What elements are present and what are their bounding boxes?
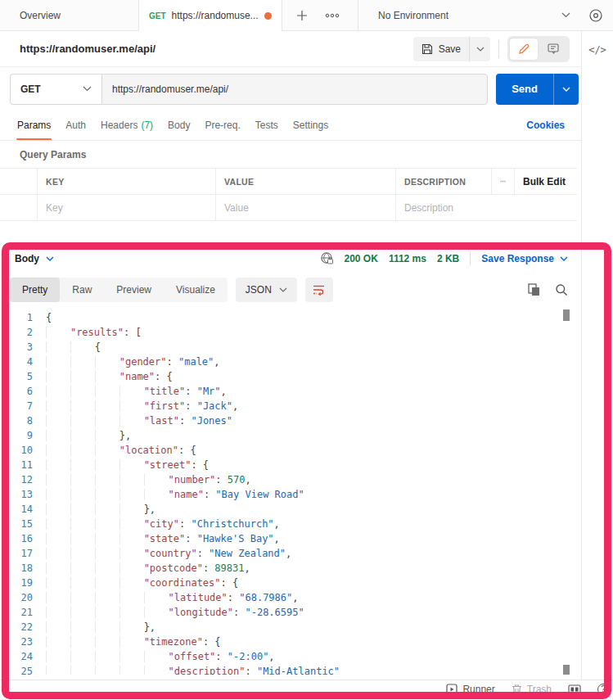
unsaved-changes-dot-icon (264, 12, 272, 20)
response-time[interactable]: 1112 ms (389, 253, 426, 264)
code-line: 14 }, (0, 502, 581, 517)
tab-headers[interactable]: Headers (7) (93, 111, 160, 140)
chevron-down-icon (562, 87, 570, 92)
param-key-input[interactable] (46, 202, 207, 214)
save-response-button[interactable]: Save Response (481, 253, 568, 264)
response-view-tabs: Pretty Raw Preview Visualize (10, 278, 228, 302)
panes-icon (568, 684, 581, 694)
response-body-viewer[interactable]: 1{2 "results": [3 {4 "gender": "male",5 … (0, 306, 581, 675)
runner-label: Runner (462, 684, 494, 695)
param-description-input[interactable] (404, 202, 569, 214)
view-tab-raw[interactable]: Raw (60, 278, 104, 302)
view-tab-preview[interactable]: Preview (104, 278, 164, 302)
line-number: 2 (0, 325, 33, 340)
response-header: Body 200 OK 1112 ms 2 KB (0, 243, 581, 273)
tab-settings[interactable]: Settings (286, 111, 336, 140)
send-button[interactable]: Send (496, 74, 553, 105)
tab-request-method: GET (149, 11, 166, 20)
chevron-down-icon (46, 256, 54, 261)
tab-auth[interactable]: Auth (58, 111, 93, 140)
scrollbar-thumb[interactable] (563, 665, 570, 675)
trash-icon (512, 684, 522, 695)
send-options-button[interactable] (553, 74, 579, 105)
comment-icon (548, 43, 559, 54)
tab-tests[interactable]: Tests (248, 111, 286, 140)
line-number: 10 (0, 443, 33, 458)
scrollbar-thumb[interactable] (563, 309, 570, 321)
edit-mode-button[interactable] (510, 38, 538, 60)
code-line: 21 "longitude": "-28.6595" (0, 605, 581, 620)
environment-selector[interactable]: No Environment (358, 0, 579, 30)
trash-button[interactable]: Trash (512, 684, 552, 695)
right-sidebar: </> (581, 31, 613, 680)
send-button-group: Send (496, 74, 579, 105)
line-number: 9 (0, 428, 33, 443)
code-line: 24 "offset": "-2:00", (0, 649, 581, 664)
environment-selector-value: No Environment (378, 10, 561, 21)
query-params-empty-row (0, 195, 577, 221)
postman-window: Overview GET https://randomuse... No Env… (0, 0, 613, 700)
panes-button[interactable] (568, 684, 581, 694)
tab-headers-label: Headers (101, 120, 137, 131)
comment-button[interactable] (539, 38, 567, 60)
query-params-header-row: KEY VALUE DESCRIPTION Bulk Edit (0, 169, 577, 195)
column-options-button[interactable] (491, 169, 514, 194)
code-line: 5 "name": { (0, 369, 581, 384)
runner-button[interactable]: Runner (446, 684, 494, 695)
response-body-selector-value: Body (15, 253, 39, 264)
row-checkbox-cell[interactable] (0, 195, 37, 220)
edit-comment-toggle (507, 36, 570, 62)
new-tab-button[interactable] (295, 9, 309, 22)
param-value-input[interactable] (224, 202, 387, 214)
line-number: 5 (0, 369, 33, 384)
bulk-edit-button[interactable]: Bulk Edit (514, 169, 577, 194)
status-badge[interactable]: 200 OK (345, 253, 378, 264)
request-title-row: https://randomuser.me/api/ Save (0, 31, 581, 67)
line-number: 3 (0, 340, 33, 355)
tab-body[interactable]: Body (160, 111, 197, 140)
wrap-text-icon (313, 284, 326, 296)
environment-quick-look-button[interactable] (579, 0, 613, 30)
select-all-cell[interactable] (0, 169, 37, 194)
line-number: 24 (0, 649, 33, 664)
code-line: 17 "country": "New Zealand", (0, 546, 581, 561)
save-options-button[interactable] (469, 37, 490, 61)
url-input[interactable] (101, 74, 488, 105)
more-options-icon (500, 179, 506, 183)
line-number: 6 (0, 384, 33, 399)
send-button-label: Send (512, 83, 538, 95)
tab-options-button[interactable] (325, 13, 340, 18)
tab-active-request[interactable]: GET https://randomuse... (139, 0, 282, 31)
save-button[interactable]: Save (413, 43, 469, 55)
network-info-button[interactable] (320, 251, 334, 265)
code-line: 6 "title": "Mr", (0, 384, 581, 399)
response-body-selector[interactable]: Body (15, 253, 54, 264)
more-options-icon (325, 13, 340, 18)
cookies-link[interactable]: Cookies (526, 120, 565, 131)
search-response-button[interactable] (555, 283, 568, 296)
tab-params[interactable]: Params (10, 111, 58, 140)
request-title: https://randomuser.me/api/ (20, 43, 156, 55)
plus-icon (295, 9, 309, 22)
eye-icon (588, 8, 603, 23)
code-snippet-icon[interactable]: </> (587, 44, 608, 56)
tab-overview[interactable]: Overview (0, 0, 139, 30)
response-size[interactable]: 2 KB (437, 253, 459, 264)
status-bar: Runner Trash ? (0, 680, 613, 700)
copy-response-button[interactable] (528, 283, 540, 296)
trash-label: Trash (527, 684, 552, 695)
tab-settings-label: Settings (293, 120, 328, 131)
line-number: 17 (0, 546, 33, 561)
method-selector[interactable]: GET (10, 74, 101, 105)
view-tab-visualize[interactable]: Visualize (164, 278, 228, 302)
help-button[interactable]: ? (597, 684, 609, 695)
tab-params-label: Params (17, 120, 51, 131)
view-tab-pretty[interactable]: Pretty (10, 278, 60, 302)
response-format-selector[interactable]: JSON (236, 278, 297, 302)
wrap-text-button[interactable] (305, 278, 333, 302)
code-line: 2 "results": [ (0, 325, 581, 340)
line-number: 25 (0, 664, 33, 675)
save-button-label: Save (439, 43, 461, 55)
tab-pre-request[interactable]: Pre-req. (197, 111, 247, 140)
divider (498, 40, 499, 58)
